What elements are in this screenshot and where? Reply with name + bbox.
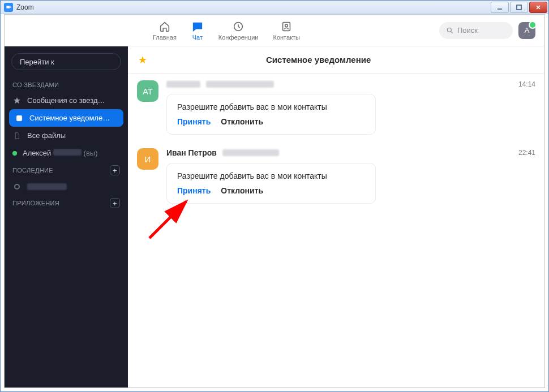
maximize-button[interactable] [510, 2, 528, 13]
contact-request-card: Разрешите добавить вас в мои контакты Пр… [166, 94, 376, 135]
message-item: И Иван Петров 22:41 Разрешите добавить в… [137, 148, 535, 204]
accept-button[interactable]: Принять [177, 186, 211, 195]
search-icon [446, 27, 454, 35]
sender-name: Иван Петров [166, 148, 217, 157]
contacts-icon [280, 20, 293, 33]
chat-title: Системное уведомление [266, 55, 371, 64]
clock-icon [232, 20, 245, 33]
messages-list: АТ 14:14 Разрешите добавить вас в мои ко… [128, 74, 544, 387]
presence-offline-icon [12, 184, 22, 189]
top-nav: Главная Чат Конференции Контакты Поиск [5, 15, 544, 46]
message-item: АТ 14:14 Разрешите добавить вас в мои ко… [137, 80, 535, 135]
sender-email [222, 149, 279, 156]
star-icon[interactable]: ★ [138, 54, 147, 66]
svg-rect-0 [517, 5, 521, 10]
contact-request-icon [15, 114, 24, 122]
nav-chat[interactable]: Чат [191, 20, 204, 41]
nav-home[interactable]: Главная [153, 20, 177, 41]
profile-avatar[interactable]: A [518, 22, 535, 39]
svg-point-4 [447, 28, 451, 32]
chat-icon [191, 20, 204, 33]
svg-rect-5 [16, 115, 22, 120]
nav-meetings[interactable]: Конференции [218, 20, 259, 41]
add-recent-button[interactable]: + [110, 165, 120, 175]
add-app-button[interactable]: + [110, 198, 120, 208]
decline-button[interactable]: Отклонить [221, 117, 263, 126]
accept-button[interactable]: Принять [177, 117, 211, 126]
home-icon [158, 20, 171, 33]
sidebar-all-files[interactable]: Все файлы [5, 127, 128, 144]
presence-indicator [12, 151, 17, 156]
sender-name [166, 81, 200, 88]
file-icon [12, 132, 22, 140]
close-button[interactable] [529, 2, 547, 13]
zoom-icon [4, 3, 13, 12]
sender-email [206, 81, 274, 88]
star-icon [12, 97, 22, 105]
sidebar: Перейти к СО ЗВЕЗДАМИ Сообщения со звезд… [5, 46, 128, 387]
message-time: 22:41 [518, 149, 535, 157]
nav-contacts[interactable]: Контакты [273, 20, 301, 41]
jump-to[interactable]: Перейти к [11, 53, 121, 70]
decline-button[interactable]: Отклонить [221, 186, 263, 195]
sidebar-starred-messages[interactable]: Сообщения со звезд… [5, 92, 128, 109]
search-input[interactable]: Поиск [439, 22, 513, 39]
minimize-button[interactable] [491, 2, 509, 13]
chat-header: ★ Системное уведомление [128, 46, 544, 74]
section-starred[interactable]: СО ЗВЕЗДАМИ [5, 78, 128, 92]
content-frame: Главная Чат Конференции Контакты Поиск [4, 14, 545, 388]
app-window: Zoom Главная Чат Конференции [0, 0, 549, 392]
sender-avatar[interactable]: АТ [137, 80, 158, 102]
section-recent[interactable]: ПОСЛЕДНИЕ + [5, 162, 128, 179]
svg-point-3 [285, 24, 288, 27]
svg-point-6 [15, 184, 19, 189]
section-apps[interactable]: ПРИЛОЖЕНИЯ + [5, 195, 128, 212]
sidebar-system-notification[interactable]: Системное уведомле… [9, 109, 123, 127]
sidebar-recent-item[interactable] [5, 179, 128, 195]
request-text: Разрешите добавить вас в мои контакты [177, 102, 365, 111]
window-title: Zoom [16, 3, 34, 11]
titlebar[interactable]: Zoom [1, 1, 548, 14]
chat-panel: ★ Системное уведомление АТ 14:14 [128, 46, 544, 387]
sidebar-self-chat[interactable]: Алексей (вы) [5, 144, 128, 162]
sender-avatar[interactable]: И [137, 148, 158, 170]
message-time: 14:14 [518, 80, 535, 88]
contact-request-card: Разрешите добавить вас в мои контакты Пр… [166, 163, 376, 204]
request-text: Разрешите добавить вас в мои контакты [177, 171, 365, 180]
